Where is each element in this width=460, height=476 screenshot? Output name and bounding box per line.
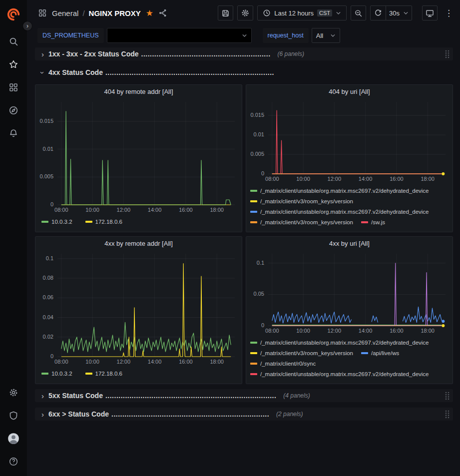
main-column: General / NGINX PROXY ★ Last 12 hours CS… <box>27 0 460 476</box>
dashboard-row-1xx-3xx-2xx[interactable]: › 1xx - 3xx - 2xx Status Code ..........… <box>35 47 453 60</box>
panel-grid: 404 by remote addr [All] 00.0050.010.015… <box>35 84 453 384</box>
panel-4xx-by-uri: 4xx by uri [All] 00.050.108:0010:0012:00… <box>246 236 453 384</box>
row-drag-handle[interactable] <box>445 49 450 58</box>
starred-dashboards-button[interactable] <box>3 53 24 76</box>
legend-label: 10.0.3.2 <box>51 371 72 377</box>
refresh-interval-dropdown[interactable]: 30s <box>386 6 412 20</box>
favorite-star-button[interactable]: ★ <box>146 9 153 17</box>
zoom-out-button[interactable] <box>351 5 366 20</box>
legend-item[interactable]: 172.18.0.6 <box>85 369 122 378</box>
profile-avatar-button[interactable] <box>3 427 24 450</box>
row-title: 6xx > Status Code <box>48 410 109 418</box>
legend-item[interactable]: /_matrix/client/unstable/org.matrix.msc2… <box>250 186 429 195</box>
legend-color-marker <box>250 211 257 213</box>
legend-item[interactable]: /_matrix/client/r0/sync <box>250 359 316 368</box>
legend-item[interactable]: /_matrix/client/v3/room_keys/version <box>250 218 353 227</box>
row-dots: ........................................… <box>105 68 274 76</box>
row-panel-count: (6 panels) <box>278 50 304 57</box>
server-admin-settings-button[interactable] <box>3 381 24 404</box>
explore-button[interactable] <box>3 99 24 122</box>
sidebar-bottom-section <box>3 381 24 473</box>
y-axis-label: 0.01 <box>246 131 264 138</box>
breadcrumb: General / NGINX PROXY <box>52 9 141 17</box>
dashboard-row-5xx[interactable]: › 5xx Status Code ......................… <box>35 389 453 402</box>
gear-icon <box>241 8 250 17</box>
avatar <box>7 432 20 445</box>
question-circle-icon <box>8 457 18 467</box>
chevron-down-icon <box>403 10 409 16</box>
search-icon <box>8 36 18 46</box>
x-axis-label: 12:00 <box>111 207 135 213</box>
chevron-down-icon <box>330 33 336 38</box>
refresh-button[interactable] <box>371 6 386 20</box>
panel-title[interactable]: 404 by uri [All] <box>246 85 453 98</box>
refresh-interval-label: 30s <box>389 9 400 17</box>
chart-canvas <box>246 250 453 336</box>
share-button[interactable] <box>158 8 167 17</box>
admin-shield-button[interactable] <box>3 404 24 427</box>
legend-item[interactable]: /_matrix/client/unstable/org.matrix.msc2… <box>250 370 429 379</box>
chart-404-by-remote-addr[interactable]: 00.0050.010.01508:0010:0012:0014:0016:00… <box>35 98 242 215</box>
legend-color-marker <box>250 200 257 202</box>
row-drag-handle[interactable] <box>445 410 450 419</box>
sidebar-expand-button[interactable]: › <box>23 21 32 30</box>
variable-label-request-host: request_host <box>263 28 309 43</box>
row-drag-handle[interactable] <box>445 391 450 400</box>
chart-canvas <box>246 98 453 184</box>
legend-color-marker <box>85 373 92 375</box>
grafana-logo[interactable] <box>3 4 24 25</box>
chevron-down-icon <box>242 33 247 38</box>
legend-item[interactable]: 172.18.0.6 <box>85 217 122 226</box>
legend-item[interactable]: 10.0.3.2 <box>41 217 72 226</box>
legend-color-marker <box>250 352 257 354</box>
datasource-dropdown[interactable] <box>107 28 252 43</box>
help-button[interactable] <box>3 450 24 473</box>
x-axis-label: 14:00 <box>354 328 378 334</box>
dashboard-row-4xx[interactable]: › 4xx Status Code ......................… <box>35 66 453 79</box>
x-axis-label: 16:00 <box>174 359 198 365</box>
chart-canvas <box>35 98 242 215</box>
legend-item[interactable]: /_matrix/client/unstable/org.matrix.msc2… <box>250 338 429 347</box>
breadcrumb-section[interactable]: General <box>52 9 78 17</box>
legend-item[interactable]: /api/live/ws <box>361 349 399 358</box>
panel-title[interactable]: 4xx by remote addr [All] <box>35 237 242 250</box>
legend-item[interactable]: /_matrix/client/unstable/org.matrix.msc2… <box>250 207 429 216</box>
legend-color-marker <box>41 221 48 223</box>
alerting-button[interactable] <box>3 122 24 145</box>
legend-label: /_matrix/client/r0/sync <box>260 361 316 367</box>
clock-icon <box>263 9 271 17</box>
dashboard-row-6xx[interactable]: › 6xx > Status Code ....................… <box>35 408 453 421</box>
save-dashboard-button[interactable] <box>218 5 233 20</box>
dashboard-title: NGINX PROXY <box>89 9 141 17</box>
x-axis-label: 08:00 <box>260 328 284 334</box>
dashboards-button[interactable] <box>3 76 24 99</box>
y-axis-label: 0.05 <box>246 291 264 297</box>
legend-item[interactable]: 10.0.3.2 <box>41 369 72 378</box>
time-range-picker[interactable]: Last 12 hours CST <box>257 5 347 20</box>
panel-title[interactable]: 404 by remote addr [All] <box>35 85 242 98</box>
dashboard-settings-button[interactable] <box>237 5 253 20</box>
panel-title[interactable]: 4xx by uri [All] <box>246 237 453 250</box>
legend-item[interactable]: /_matrix/client/v3/room_keys/version <box>250 197 353 206</box>
timezone-badge: CST <box>317 9 332 16</box>
search-button[interactable] <box>3 30 24 53</box>
row-dots: ........................................… <box>111 410 269 418</box>
legend-item[interactable]: /sw.js <box>361 218 385 227</box>
chart-404-by-uri[interactable]: 00.0050.010.01508:0010:0012:0014:0016:00… <box>246 98 453 184</box>
dashboard-apps-icon <box>38 8 47 17</box>
chart-4xx-by-uri[interactable]: 00.050.108:0010:0012:0014:0016:0018:00 <box>246 250 453 336</box>
legend-label: 172.18.0.6 <box>95 371 122 377</box>
panel-4xx-by-remote-addr: 4xx by remote addr [All] 00.020.040.060.… <box>35 236 242 384</box>
chevron-right-icon: › <box>26 23 28 29</box>
request-host-dropdown[interactable]: All <box>312 28 340 43</box>
breadcrumb-separator: / <box>82 9 84 17</box>
kebab-menu-button[interactable]: ⋮ <box>445 9 453 17</box>
chart-4xx-by-remote-addr[interactable]: 00.020.040.060.080.108:0010:0012:0014:00… <box>35 250 242 367</box>
chart-legend: /_matrix/client/unstable/org.matrix.msc2… <box>246 336 453 384</box>
legend-color-marker <box>361 221 368 223</box>
panel-404-by-remote-addr: 404 by remote addr [All] 00.0050.010.015… <box>35 84 242 232</box>
save-icon <box>221 9 230 17</box>
cycle-view-button[interactable] <box>422 5 438 20</box>
legend-item[interactable]: /_matrix/client/v3/room_keys/version <box>250 349 353 358</box>
chart-canvas <box>35 250 242 367</box>
